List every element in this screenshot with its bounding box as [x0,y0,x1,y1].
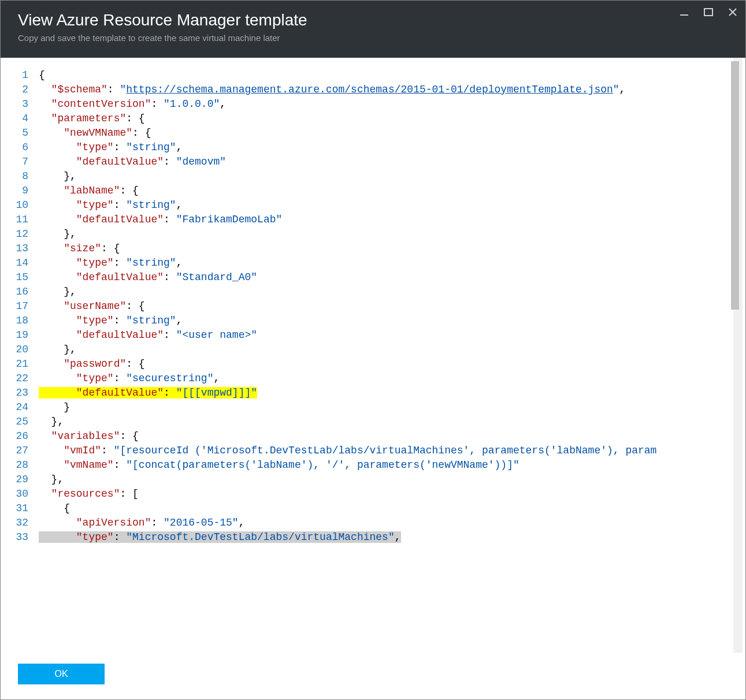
line-number: 12 [14,227,39,241]
code-content[interactable]: "type": "Microsoft.DevTestLab/labs/virtu… [39,530,745,545]
code-content[interactable]: "type": "string", [39,140,745,155]
code-line[interactable]: 4 "parameters": { [14,111,745,126]
code-content[interactable]: "vmId": "[resourceId ('Microsoft.DevTest… [39,444,745,458]
line-number: 5 [14,126,39,140]
code-content[interactable]: "vmName": "[concat(parameters('labName')… [39,458,745,472]
line-number: 14 [14,256,39,270]
code-line[interactable]: 13 "size": { [14,241,745,256]
code-content[interactable]: }, [39,342,745,357]
code-content[interactable]: "type": "securestring", [39,371,745,386]
minimize-icon[interactable] [678,6,690,18]
code-content[interactable]: "type": "string", [39,198,745,213]
line-number: 6 [14,140,39,155]
code-line[interactable]: 21 "password": { [14,357,745,371]
code-line[interactable]: 16 }, [14,285,745,299]
dialog-title: View Azure Resource Manager template [18,11,728,29]
line-number: 25 [14,415,39,429]
code-line[interactable]: 23 "defaultValue": "[[[vmpwd]]]" [14,386,745,400]
code-line[interactable]: 30 "resources": [ [14,487,745,501]
code-line[interactable]: 17 "userName": { [14,299,745,314]
code-line[interactable]: 1{ [14,68,745,83]
line-number: 16 [14,285,39,299]
code-content[interactable]: "labName": { [39,184,745,198]
code-content[interactable]: "defaultValue": "Standard_A0" [39,270,745,285]
code-content[interactable]: "password": { [39,357,745,371]
dialog-window: View Azure Resource Manager template Cop… [0,0,746,700]
code-content[interactable]: "resources": [ [39,487,745,501]
code-line[interactable]: 24 } [14,400,745,415]
code-line[interactable]: 11 "defaultValue": "FabrikamDemoLab" [14,213,745,227]
code-line[interactable]: 26 "variables": { [14,429,745,444]
code-content[interactable]: }, [39,285,745,299]
code-content[interactable]: } [39,400,745,415]
code-content[interactable]: "apiVersion": "2016-05-15", [39,516,745,530]
line-number: 30 [14,487,39,501]
code-content[interactable]: "userName": { [39,299,745,314]
code-line[interactable]: 7 "defaultValue": "demovm" [14,155,745,169]
line-number: 4 [14,111,39,126]
code-line[interactable]: 20 }, [14,342,745,357]
code-content[interactable]: "newVMName": { [39,126,745,140]
line-number: 32 [14,516,39,530]
code-content[interactable]: "defaultValue": "demovm" [39,155,745,169]
line-number: 33 [14,530,39,545]
code-line[interactable]: 5 "newVMName": { [14,126,745,140]
code-line[interactable]: 32 "apiVersion": "2016-05-15", [14,516,745,530]
line-number: 23 [14,386,39,400]
code-line[interactable]: 12 }, [14,227,745,241]
code-line[interactable]: 15 "defaultValue": "Standard_A0" [14,270,745,285]
ok-button[interactable]: OK [18,664,105,684]
code-line[interactable]: 3 "contentVersion": "1.0.0.0", [14,97,745,111]
line-number: 13 [14,241,39,256]
line-number: 9 [14,184,39,198]
code-content[interactable]: }, [39,472,745,487]
line-number: 26 [14,429,39,444]
title-bar: View Azure Resource Manager template Cop… [1,1,745,58]
code-content[interactable]: "$schema": "https://schema.management.az… [39,83,745,97]
code-line[interactable]: 2 "$schema": "https://schema.management.… [14,83,745,97]
code-line[interactable]: 8 }, [14,169,745,184]
code-line[interactable]: 33 "type": "Microsoft.DevTestLab/labs/vi… [14,530,745,545]
window-controls [678,6,738,18]
maximize-icon[interactable] [703,6,714,18]
code-content[interactable]: { [39,501,745,516]
line-number: 3 [14,97,39,111]
code-editor[interactable]: 1{2 "$schema": "https://schema.managemen… [14,68,745,642]
code-line[interactable]: 14 "type": "string", [14,256,745,270]
line-number: 7 [14,155,39,169]
code-content[interactable]: "size": { [39,241,745,256]
code-content[interactable]: "contentVersion": "1.0.0.0", [39,97,745,111]
code-content[interactable]: { [39,68,745,83]
code-content[interactable]: "defaultValue": "FabrikamDemoLab" [39,213,745,227]
close-icon[interactable] [727,6,738,18]
line-number: 8 [14,169,39,184]
code-content[interactable]: }, [39,227,745,241]
code-content[interactable]: "type": "string", [39,314,745,328]
dialog-footer: OK [1,653,745,699]
line-number: 17 [14,299,39,314]
code-line[interactable]: 22 "type": "securestring", [14,371,745,386]
line-number: 28 [14,458,39,472]
line-number: 19 [14,328,39,342]
code-line[interactable]: 6 "type": "string", [14,140,745,155]
code-line[interactable]: 25 }, [14,415,745,429]
code-content[interactable]: "defaultValue": "<user name>" [39,328,745,342]
code-line[interactable]: 31 { [14,501,745,516]
code-line[interactable]: 19 "defaultValue": "<user name>" [14,328,745,342]
code-content[interactable]: }, [39,415,745,429]
line-number: 11 [14,213,39,227]
code-content[interactable]: "type": "string", [39,256,745,270]
line-number: 29 [14,472,39,487]
code-content[interactable]: "parameters": { [39,111,745,126]
line-number: 21 [14,357,39,371]
code-line[interactable]: 28 "vmName": "[concat(parameters('labNam… [14,458,745,472]
code-line[interactable]: 9 "labName": { [14,184,745,198]
code-content[interactable]: }, [39,169,745,184]
line-number: 15 [14,270,39,285]
code-line[interactable]: 10 "type": "string", [14,198,745,213]
code-content[interactable]: "defaultValue": "[[[vmpwd]]]" [39,386,745,400]
code-line[interactable]: 18 "type": "string", [14,314,745,328]
code-line[interactable]: 29 }, [14,472,745,487]
code-line[interactable]: 27 "vmId": "[resourceId ('Microsoft.DevT… [14,444,745,458]
code-content[interactable]: "variables": { [39,429,745,444]
